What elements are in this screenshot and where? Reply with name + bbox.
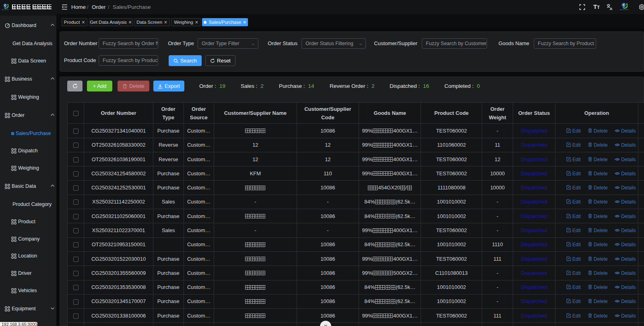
svg-text:A: A: [610, 6, 613, 10]
